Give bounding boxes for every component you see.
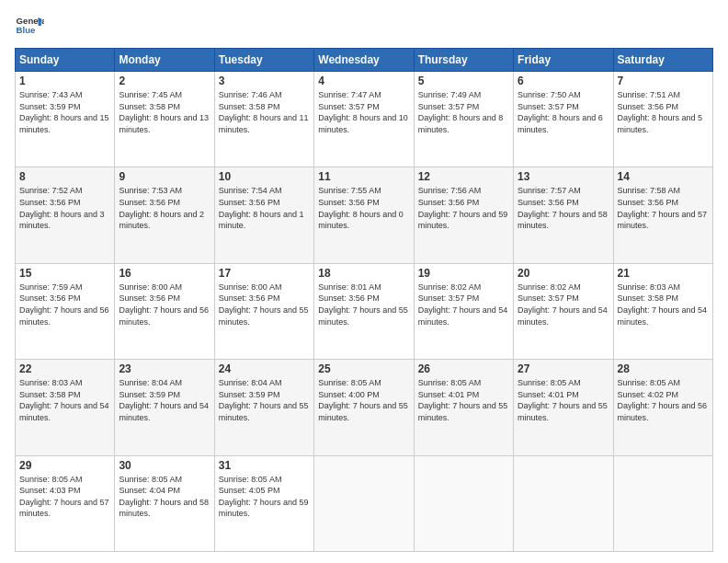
day-number: 15 [19, 267, 110, 280]
calendar-cell: 26 Sunrise: 8:05 AMSunset: 4:01 PMDaylig… [414, 360, 513, 455]
day-number: 8 [19, 170, 110, 183]
calendar-cell: 2 Sunrise: 7:45 AMSunset: 3:58 PMDayligh… [115, 72, 214, 167]
day-info: Sunrise: 8:02 AMSunset: 3:57 PMDaylight:… [518, 282, 608, 327]
day-number: 26 [418, 362, 509, 375]
day-number: 17 [219, 267, 310, 280]
calendar-table: SundayMondayTuesdayWednesdayThursdayFrid… [15, 48, 713, 552]
calendar-cell: 5 Sunrise: 7:49 AMSunset: 3:57 PMDayligh… [414, 72, 513, 167]
day-number: 28 [618, 362, 709, 375]
calendar-cell: 22 Sunrise: 8:03 AMSunset: 3:58 PMDaylig… [16, 360, 115, 455]
day-number: 11 [318, 170, 409, 183]
day-number: 24 [219, 362, 310, 375]
day-info: Sunrise: 8:04 AMSunset: 3:59 PMDaylight:… [119, 378, 209, 422]
day-number: 30 [119, 459, 210, 472]
calendar-cell: 18 Sunrise: 8:01 AMSunset: 3:56 PMDaylig… [314, 263, 414, 359]
day-info: Sunrise: 8:05 AMSunset: 4:01 PMDaylight:… [418, 378, 508, 422]
calendar-cell: 16 Sunrise: 8:00 AMSunset: 3:56 PMDaylig… [115, 263, 214, 359]
calendar-cell: 28 Sunrise: 8:05 AMSunset: 4:02 PMDaylig… [613, 360, 712, 455]
weekday-header-sunday: Sunday [16, 49, 115, 72]
day-number: 21 [618, 267, 709, 280]
day-info: Sunrise: 8:04 AMSunset: 3:59 PMDaylight:… [219, 378, 309, 422]
day-info: Sunrise: 8:05 AMSunset: 4:01 PMDaylight:… [518, 378, 608, 422]
day-number: 23 [119, 362, 210, 375]
day-number: 14 [618, 170, 709, 183]
day-number: 20 [518, 267, 609, 280]
day-info: Sunrise: 8:00 AMSunset: 3:56 PMDaylight:… [219, 282, 309, 327]
day-info: Sunrise: 8:03 AMSunset: 3:58 PMDaylight:… [618, 282, 708, 327]
day-info: Sunrise: 7:50 AMSunset: 3:57 PMDaylight:… [518, 90, 603, 134]
calendar-cell: 24 Sunrise: 8:04 AMSunset: 3:59 PMDaylig… [214, 360, 313, 455]
day-info: Sunrise: 7:43 AMSunset: 3:59 PMDaylight:… [19, 90, 109, 134]
calendar-cell: 29 Sunrise: 8:05 AMSunset: 4:03 PMDaylig… [16, 455, 115, 551]
day-info: Sunrise: 7:47 AMSunset: 3:57 PMDaylight:… [318, 90, 408, 134]
day-number: 13 [518, 170, 609, 183]
weekday-header-tuesday: Tuesday [214, 49, 313, 72]
day-info: Sunrise: 7:52 AMSunset: 3:56 PMDaylight:… [19, 186, 105, 230]
calendar-cell: 17 Sunrise: 8:00 AMSunset: 3:56 PMDaylig… [214, 263, 313, 359]
calendar-cell: 19 Sunrise: 8:02 AMSunset: 3:57 PMDaylig… [414, 263, 513, 359]
day-number: 6 [518, 75, 609, 87]
logo: General Blue [15, 11, 44, 40]
calendar-cell: 15 Sunrise: 7:59 AMSunset: 3:56 PMDaylig… [16, 263, 115, 359]
weekday-header-wednesday: Wednesday [314, 49, 414, 72]
calendar-cell: 27 Sunrise: 8:05 AMSunset: 4:01 PMDaylig… [514, 360, 613, 455]
day-info: Sunrise: 7:45 AMSunset: 3:58 PMDaylight:… [119, 90, 209, 134]
day-info: Sunrise: 8:05 AMSunset: 4:05 PMDaylight:… [219, 475, 309, 519]
calendar-cell: 11 Sunrise: 7:55 AMSunset: 3:56 PMDaylig… [314, 167, 414, 263]
day-info: Sunrise: 7:46 AMSunset: 3:58 PMDaylight:… [219, 90, 309, 134]
day-info: Sunrise: 7:53 AMSunset: 3:56 PMDaylight:… [119, 186, 204, 230]
calendar-cell: 6 Sunrise: 7:50 AMSunset: 3:57 PMDayligh… [514, 72, 613, 167]
calendar-cell: 3 Sunrise: 7:46 AMSunset: 3:58 PMDayligh… [214, 72, 313, 167]
day-number: 25 [318, 362, 409, 375]
calendar-cell: 20 Sunrise: 8:02 AMSunset: 3:57 PMDaylig… [514, 263, 613, 359]
svg-marker-3 [39, 18, 41, 26]
calendar-cell [613, 455, 712, 551]
calendar-cell: 12 Sunrise: 7:56 AMSunset: 3:56 PMDaylig… [414, 167, 513, 263]
day-info: Sunrise: 8:05 AMSunset: 4:04 PMDaylight:… [119, 475, 209, 519]
day-number: 1 [19, 75, 110, 87]
calendar-page: General Blue SundayMondayTuesdayWednesda… [0, 0, 728, 563]
day-info: Sunrise: 7:59 AMSunset: 3:56 PMDaylight:… [19, 282, 109, 327]
day-info: Sunrise: 8:01 AMSunset: 3:56 PMDaylight:… [318, 282, 408, 327]
calendar-cell: 31 Sunrise: 8:05 AMSunset: 4:05 PMDaylig… [214, 455, 313, 551]
day-number: 7 [618, 75, 709, 87]
day-number: 5 [418, 75, 509, 87]
day-info: Sunrise: 7:54 AMSunset: 3:56 PMDaylight:… [219, 186, 304, 230]
weekday-header-thursday: Thursday [414, 49, 513, 72]
calendar-cell: 9 Sunrise: 7:53 AMSunset: 3:56 PMDayligh… [115, 167, 214, 263]
day-info: Sunrise: 7:57 AMSunset: 3:56 PMDaylight:… [518, 186, 608, 230]
calendar-cell: 13 Sunrise: 7:57 AMSunset: 3:56 PMDaylig… [514, 167, 613, 263]
day-info: Sunrise: 7:49 AMSunset: 3:57 PMDaylight:… [418, 90, 504, 134]
calendar-cell: 25 Sunrise: 8:05 AMSunset: 4:00 PMDaylig… [314, 360, 414, 455]
day-number: 10 [219, 170, 310, 183]
day-info: Sunrise: 8:05 AMSunset: 4:02 PMDaylight:… [618, 378, 708, 422]
calendar-cell: 4 Sunrise: 7:47 AMSunset: 3:57 PMDayligh… [314, 72, 414, 167]
day-number: 16 [119, 267, 210, 280]
calendar-cell [514, 455, 613, 551]
day-info: Sunrise: 7:58 AMSunset: 3:56 PMDaylight:… [618, 186, 708, 230]
day-number: 2 [119, 75, 210, 87]
header: General Blue [15, 11, 713, 40]
day-info: Sunrise: 7:51 AMSunset: 3:56 PMDaylight:… [618, 90, 703, 134]
calendar-cell: 7 Sunrise: 7:51 AMSunset: 3:56 PMDayligh… [613, 72, 712, 167]
calendar-cell: 8 Sunrise: 7:52 AMSunset: 3:56 PMDayligh… [16, 167, 115, 263]
day-number: 19 [418, 267, 509, 280]
day-number: 29 [19, 459, 110, 472]
weekday-header-saturday: Saturday [613, 49, 712, 72]
day-info: Sunrise: 8:03 AMSunset: 3:58 PMDaylight:… [19, 378, 109, 422]
day-number: 22 [19, 362, 110, 375]
calendar-cell: 21 Sunrise: 8:03 AMSunset: 3:58 PMDaylig… [613, 263, 712, 359]
day-info: Sunrise: 7:56 AMSunset: 3:56 PMDaylight:… [418, 186, 508, 230]
calendar-cell: 10 Sunrise: 7:54 AMSunset: 3:56 PMDaylig… [214, 167, 313, 263]
calendar-cell: 30 Sunrise: 8:05 AMSunset: 4:04 PMDaylig… [115, 455, 214, 551]
day-number: 31 [219, 459, 310, 472]
day-number: 3 [219, 75, 310, 87]
calendar-cell [414, 455, 513, 551]
day-info: Sunrise: 8:02 AMSunset: 3:57 PMDaylight:… [418, 282, 508, 327]
day-number: 4 [318, 75, 409, 87]
day-number: 9 [119, 170, 210, 183]
svg-text:Blue: Blue [17, 25, 36, 35]
day-info: Sunrise: 7:55 AMSunset: 3:56 PMDaylight:… [318, 186, 404, 230]
day-info: Sunrise: 8:05 AMSunset: 4:03 PMDaylight:… [19, 475, 109, 519]
day-info: Sunrise: 8:05 AMSunset: 4:00 PMDaylight:… [318, 378, 408, 422]
